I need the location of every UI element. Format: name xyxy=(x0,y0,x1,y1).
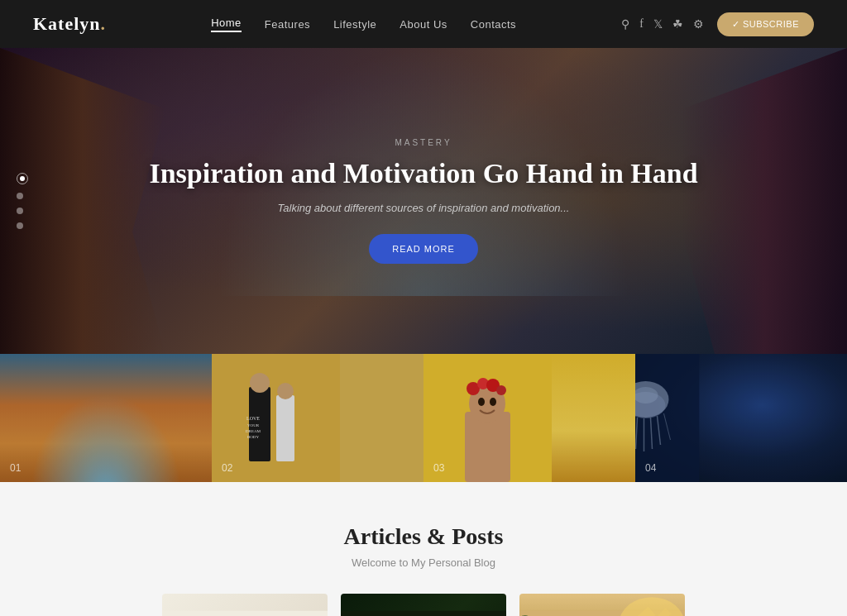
featured-bg-3 xyxy=(424,354,635,482)
svg-text:DREAM: DREAM xyxy=(246,429,261,433)
subscribe-button[interactable]: ✓ SUBSCRIBE xyxy=(717,12,814,36)
svg-point-19 xyxy=(635,381,669,418)
svg-point-17 xyxy=(490,398,496,406)
featured-num-4: 04 xyxy=(645,462,656,474)
featured-item-3[interactable]: 03 xyxy=(424,354,635,482)
svg-point-13 xyxy=(477,378,489,389)
search-icon[interactable]: ⚲ xyxy=(621,17,629,31)
article-svg-2 xyxy=(341,594,506,616)
svg-rect-3 xyxy=(276,395,294,461)
svg-line-25 xyxy=(658,416,661,445)
svg-point-2 xyxy=(250,373,270,393)
slide-dot-1-inner xyxy=(20,176,25,181)
featured-item-4[interactable]: 04 xyxy=(635,354,847,482)
hero-content: MASTERY Inspiration and Motivation Go Ha… xyxy=(149,138,697,265)
facebook-icon[interactable]: f xyxy=(639,17,644,31)
svg-rect-1 xyxy=(249,387,270,461)
svg-point-16 xyxy=(478,398,485,406)
instagram-icon[interactable]: ☘ xyxy=(672,17,683,31)
article-bg-2 xyxy=(341,594,506,616)
slide-dot-3[interactable] xyxy=(17,208,23,214)
featured-bg-4 xyxy=(635,354,847,482)
svg-text:LOVE: LOVE xyxy=(246,416,260,421)
featured-bg-1 xyxy=(0,354,212,482)
svg-rect-39 xyxy=(341,611,506,616)
article-card-2[interactable]: ABOUT ME xyxy=(341,594,506,616)
featured-row: 01 LOVE YOUR DREAM BODY 02 xyxy=(0,354,847,482)
logo-dot: . xyxy=(101,13,107,34)
articles-subtitle: Welcome to My Personal Blog xyxy=(66,556,781,569)
slide-dot-1[interactable] xyxy=(17,173,28,184)
nav-contacts[interactable]: Contacts xyxy=(471,18,516,31)
site-logo[interactable]: Katelyn. xyxy=(33,13,106,35)
read-more-button[interactable]: READ MORE xyxy=(369,234,478,264)
articles-grid: POPULAR POSTS xyxy=(66,594,781,616)
article-card-1[interactable]: POPULAR POSTS xyxy=(162,594,328,616)
article-svg-1 xyxy=(162,594,328,616)
header: Katelyn. Home Features Lifestyle About U… xyxy=(0,0,847,48)
social-icons: ⚲ f 𝕏 ☘ ⚙ xyxy=(621,17,704,31)
featured-item-1[interactable]: 01 xyxy=(0,354,212,482)
article-svg-3 xyxy=(519,594,685,616)
svg-point-28 xyxy=(635,387,658,404)
logo-text: Katelyn xyxy=(33,13,101,34)
nav-about[interactable]: About Us xyxy=(400,18,447,31)
nav-lifestyle[interactable]: Lifestyle xyxy=(333,18,376,31)
featured-bg-2: LOVE YOUR DREAM BODY xyxy=(212,354,424,482)
nav-features[interactable]: Features xyxy=(265,18,310,31)
article-bg-3 xyxy=(519,594,685,616)
article-card-3[interactable]: RECENT POSTS xyxy=(519,594,685,616)
svg-text:YOUR: YOUR xyxy=(247,423,260,427)
slide-dot-2[interactable] xyxy=(17,193,23,199)
settings-icon[interactable]: ⚙ xyxy=(693,17,704,31)
svg-rect-10 xyxy=(465,412,510,482)
main-nav: Home Features Lifestyle About Us Contact… xyxy=(211,17,516,32)
svg-point-12 xyxy=(467,382,480,395)
nav-home[interactable]: Home xyxy=(211,17,242,32)
svg-point-4 xyxy=(277,383,294,399)
featured-num-1: 01 xyxy=(10,462,21,474)
svg-rect-29 xyxy=(162,611,328,616)
svg-line-27 xyxy=(664,413,671,440)
hero-tag: MASTERY xyxy=(149,138,697,147)
svg-text:BODY: BODY xyxy=(247,435,260,439)
featured-num-3: 03 xyxy=(433,462,444,474)
svg-point-11 xyxy=(469,384,505,423)
featured-num-2: 02 xyxy=(222,462,232,474)
articles-title: Articles & Posts xyxy=(66,523,781,550)
slide-dot-4[interactable] xyxy=(17,222,23,229)
featured-item-2[interactable]: LOVE YOUR DREAM BODY 02 xyxy=(212,354,424,482)
header-right: ⚲ f 𝕏 ☘ ⚙ ✓ SUBSCRIBE xyxy=(621,12,814,36)
hero-subtitle: Talking about different sources of inspi… xyxy=(149,202,697,214)
svg-point-15 xyxy=(496,385,506,395)
twitter-icon[interactable]: 𝕏 xyxy=(653,17,663,31)
hero-title: Inspiration and Motivation Go Hand in Ha… xyxy=(149,157,697,191)
svg-line-22 xyxy=(636,418,638,449)
svg-line-24 xyxy=(651,418,653,449)
svg-point-14 xyxy=(486,379,500,392)
articles-section: Articles & Posts Welcome to My Personal … xyxy=(0,482,847,616)
article-bg-1 xyxy=(162,594,328,616)
slide-dots xyxy=(17,173,28,229)
hero-section: MASTERY Inspiration and Motivation Go Ha… xyxy=(0,48,847,354)
svg-point-20 xyxy=(635,392,666,418)
